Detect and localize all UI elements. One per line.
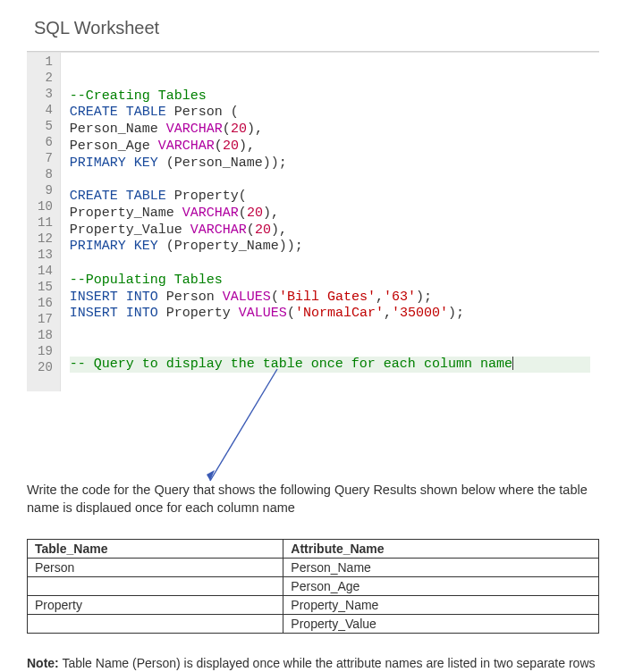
line-number: 11: [38, 215, 53, 231]
code-line[interactable]: PRIMARY KEY (Property_Name));: [70, 239, 590, 256]
expected-result-table: Table_NameAttribute_Name PersonPerson_Na…: [27, 539, 599, 634]
table-cell: [28, 576, 283, 595]
code-line[interactable]: INSERT INTO Property VALUES('NormalCar',…: [70, 306, 590, 323]
code-line[interactable]: PRIMARY KEY (Person_Name));: [70, 155, 590, 172]
line-number: 4: [38, 103, 53, 119]
code-line[interactable]: --Populating Tables: [70, 273, 590, 290]
table-row: PersonPerson_Name: [28, 558, 599, 576]
code-line[interactable]: [70, 323, 590, 340]
line-number: 8: [38, 167, 53, 183]
note-label: Note:: [27, 656, 59, 670]
table-cell: Property: [28, 595, 283, 614]
table-cell: Person_Age: [283, 576, 599, 595]
code-area[interactable]: --Creating TablesCREATE TABLE Person (Pe…: [61, 53, 599, 391]
code-line[interactable]: Property_Name VARCHAR(20),: [70, 206, 590, 223]
code-line[interactable]: [70, 172, 590, 189]
text-cursor: [512, 357, 513, 370]
code-line[interactable]: [70, 71, 590, 88]
table-cell: Person: [28, 558, 283, 576]
line-number: 15: [38, 280, 53, 296]
line-number: 10: [38, 199, 53, 215]
page-title: SQL Worksheet: [34, 18, 599, 38]
line-number: 2: [38, 71, 53, 87]
note-text: Table Name (Person) is displayed once wh…: [27, 656, 596, 672]
code-line[interactable]: Person_Name VARCHAR(20),: [70, 122, 590, 139]
line-number: 5: [38, 119, 53, 135]
line-number: 12: [38, 231, 53, 248]
code-line[interactable]: CREATE TABLE Person (: [70, 105, 590, 122]
line-number: 16: [38, 296, 53, 312]
note-paragraph: Note: Table Name (Person) is displayed o…: [27, 655, 599, 672]
table-cell: Property_Value: [283, 614, 599, 633]
line-number: 1: [38, 55, 53, 71]
line-number: 19: [38, 344, 53, 360]
sql-editor[interactable]: 1234567891011121314151617181920 --Creati…: [27, 52, 599, 391]
code-line[interactable]: Property_Value VARCHAR(20),: [70, 223, 590, 239]
table-row: Property_Value: [28, 614, 599, 633]
table-header: Attribute_Name: [283, 539, 599, 558]
code-line[interactable]: --Creating Tables: [70, 88, 590, 105]
table-cell: [28, 614, 283, 633]
code-line[interactable]: [70, 340, 590, 357]
table-cell: Person_Name: [283, 558, 599, 576]
table-row: Person_Age: [28, 576, 599, 595]
line-number: 14: [38, 264, 53, 280]
line-gutter: 1234567891011121314151617181920: [27, 53, 61, 391]
line-number: 7: [38, 151, 53, 167]
pointer-arrow: [54, 391, 599, 481]
line-number: 13: [38, 248, 53, 264]
code-line[interactable]: [70, 256, 590, 273]
line-number: 18: [38, 328, 53, 344]
code-line[interactable]: Person_Age VARCHAR(20),: [70, 139, 590, 155]
code-line[interactable]: [70, 55, 590, 71]
table-header: Table_Name: [28, 539, 283, 558]
table-row: PropertyProperty_Name: [28, 595, 599, 614]
line-number: 20: [38, 360, 53, 376]
table-cell: Property_Name: [283, 595, 599, 614]
line-number: 9: [38, 183, 53, 199]
line-number: 3: [38, 87, 53, 103]
svg-line-0: [210, 369, 277, 481]
line-number: 6: [38, 135, 53, 151]
line-number: 17: [38, 312, 53, 328]
code-line[interactable]: CREATE TABLE Property(: [70, 189, 590, 206]
code-line[interactable]: INSERT INTO Person VALUES('Bill Gates','…: [70, 290, 590, 307]
